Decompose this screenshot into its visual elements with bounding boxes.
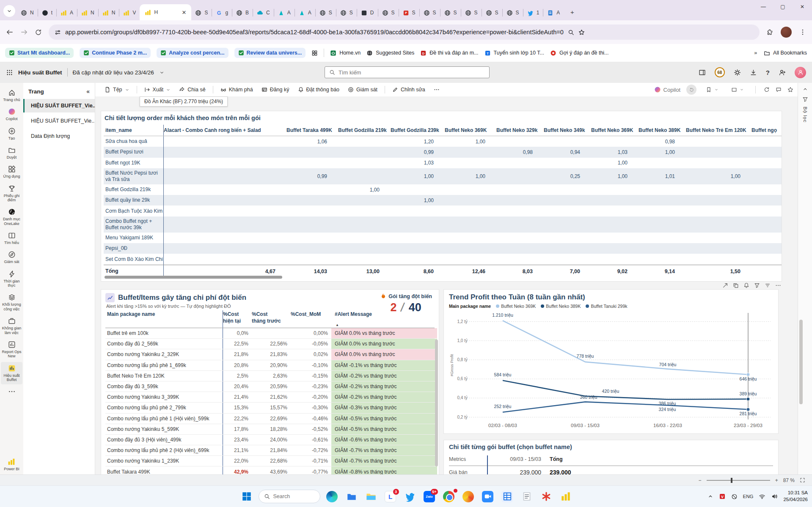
forward-button[interactable] [20, 28, 28, 36]
alert-table-scrollbar[interactable] [435, 340, 438, 466]
window-close-button[interactable]: ✕ [793, 0, 812, 14]
matrix-horizontal-scrollbar[interactable] [105, 276, 282, 279]
alert-table-row[interactable]: Combo nướng lẩu phủ phê 1_699k20,8%20,90… [105, 360, 435, 371]
taskbar-search[interactable] [259, 490, 320, 503]
browser-tab[interactable]: A [295, 5, 315, 20]
browser-tab[interactable]: t [38, 5, 56, 20]
alert-table-row[interactable]: Combo đầy đủ 3 (Hội viên)_499k23,4%24,00… [105, 435, 435, 445]
toolbar-gi-m-s-t[interactable]: Giám sát [344, 85, 381, 94]
filter-icon[interactable] [754, 282, 760, 288]
sidebar-item-gi-m-s-t[interactable]: Giám sát [1, 248, 22, 266]
detail-table-row[interactable]: Giá bán239.000239.000 [449, 467, 773, 474]
site-settings-icon[interactable] [55, 29, 61, 36]
matrix-row[interactable]: Buffet Pepsi tươi0,990,980,941,031,00 [104, 147, 782, 157]
sidebar-item-t-o[interactable]: Tạo [1, 125, 22, 143]
report-page-item[interactable]: Data Định lượng [23, 129, 95, 143]
matrix-row[interactable]: Pepsi_0Đ [104, 243, 782, 254]
taskbar-app-edge[interactable] [325, 489, 340, 504]
matrix-header-row[interactable]: item_nameAlacart - Combo Canh rong biển … [104, 125, 782, 136]
toolbar-kh-m-ph-[interactable]: Khám phá [217, 85, 256, 94]
taskbar-app-zalo[interactable]: Zalo5+ [422, 489, 437, 504]
sidebar-item-hi-u-su-t-buffet[interactable]: Hiệu suất Buffet [1, 362, 22, 385]
browser-tab[interactable]: N [77, 5, 98, 20]
browser-tab[interactable]: S [191, 5, 212, 20]
toolbar--ng-k-[interactable]: Đăng ký [258, 85, 293, 94]
sidebar-item-kh-i-l-ng-c-ng-vi-c[interactable]: Khối lượng công việc [1, 291, 22, 314]
data-updated-label[interactable]: Đã cập nhật dữ liệu vào 23/4/26 [73, 69, 154, 76]
window-minimize-button[interactable]: — [754, 0, 773, 14]
matrix-column-header[interactable]: Buffet Taraka 499K [286, 125, 338, 136]
bookmark-pill[interactable]: Continue Phase 2 m... [80, 48, 151, 58]
bookmark-star-icon[interactable] [578, 29, 585, 36]
sidebar-item-t-m-hi-u[interactable]: Tìm hiểu [1, 229, 22, 247]
help-icon[interactable]: ? [766, 69, 770, 76]
bookmark-item[interactable]: TTuyển sinh lớp 10 T... [484, 50, 544, 56]
browser-tab[interactable]: Gg [212, 5, 232, 20]
report-page-item[interactable]: HIỆU SUẤT BUFFET_Vie... [23, 114, 95, 128]
zoom-slider[interactable] [707, 480, 770, 481]
favorite-star-icon[interactable] [787, 87, 793, 93]
tray-chevron-up-icon[interactable] [707, 493, 713, 499]
browser-tab[interactable]: S [482, 5, 502, 20]
legend-item[interactable]: Buffet Neko 389K [541, 304, 581, 309]
new-tab-button[interactable]: + [566, 6, 578, 18]
language-indicator[interactable]: ENG [743, 494, 754, 499]
panel-toggle-icon[interactable] [699, 69, 706, 76]
toolbar-ch-nh-s-a[interactable]: Chỉnh sửa [389, 85, 429, 94]
taskbar-app-browser-orange[interactable] [461, 489, 476, 504]
collapse-panel-icon[interactable]: « [86, 88, 90, 95]
filter-list-icon[interactable] [765, 282, 771, 288]
taskbar-app-file-explorer[interactable] [363, 489, 379, 504]
matrix-row[interactable]: Buffet Godzilla 219k1,00 [104, 184, 782, 195]
browser-tab[interactable]: V [119, 5, 140, 20]
volume-icon[interactable] [771, 493, 778, 500]
address-bar[interactable]: app.powerbi.com/groups/df0b8997-7710-420… [49, 25, 760, 40]
extensions-puzzle-icon[interactable] [766, 29, 773, 36]
detail-header-row[interactable]: Metrics09/03 - 15/03Tổng [449, 454, 773, 465]
browser-tab[interactable]: 1 [523, 5, 543, 20]
browser-tab[interactable]: S [461, 5, 482, 20]
matrix-column-header[interactable]: Buffet Neko 389K [639, 125, 686, 136]
alert-table-row[interactable]: Buffet trẻ em 100k0,0%0,00%GIẢM 0.0% vs … [105, 328, 435, 339]
browser-tab[interactable]: B [232, 5, 253, 20]
bookmark-item[interactable]: Gợi ý đáp án đề thi... [550, 50, 609, 56]
browser-tab[interactable]: D [357, 5, 378, 20]
trend-line-chart[interactable]: #Gross Profit0,2 tỷ0,4 tỷ0,6 tỷ0,8 tỷ1,0… [449, 309, 778, 434]
matrix-column-header[interactable]: Buffet Neko 369K [591, 125, 639, 136]
matrix-column-header[interactable]: Buffet Neko 329k [496, 125, 544, 136]
fit-to-page-icon[interactable] [800, 477, 805, 483]
taskbar-search-input[interactable] [273, 493, 307, 499]
browser-tab[interactable]: S [420, 5, 440, 20]
all-bookmarks-button[interactable]: All Bookmarks [764, 50, 807, 56]
taskbar-app-docs-l[interactable]: L3 [383, 489, 398, 504]
matrix-column-header[interactable]: Buffet Neko Trẻ Em 120K [686, 125, 751, 136]
bookmark-pill[interactable]: Start Mt dashboard... [5, 48, 74, 58]
matrix-row[interactable]: Sữa chua hoa quả1,061,201,000,98 [104, 136, 782, 147]
settings-gear-icon[interactable] [734, 69, 741, 76]
browser-tab[interactable]: S [316, 5, 336, 20]
filter-funnel-icon[interactable] [802, 96, 808, 102]
start-button[interactable] [239, 489, 254, 504]
comments-icon[interactable] [776, 87, 782, 93]
alert-table-row[interactable]: Combo nướng lẩu phủ phê 2_799k15,3%15,57… [105, 403, 435, 413]
legend-item[interactable]: Buffet Tanuki 299k [586, 304, 627, 309]
powerbi-app-switcher[interactable]: Power BI [4, 458, 19, 471]
invite-person-icon[interactable] [779, 69, 786, 76]
alert-table-row[interactable]: Combo nướng Yakiniku 1_239K22,0%22,68%-0… [105, 456, 435, 466]
download-icon[interactable] [750, 69, 757, 76]
browser-tab[interactable]: A [274, 5, 295, 20]
bookmark-item[interactable]: Home.vn [330, 50, 361, 56]
tray-blocked-icon[interactable] [731, 493, 738, 500]
bookmark-item[interactable]: DĐề thi và đáp án m... [420, 50, 478, 56]
sidebar-item-danh-m-c-onelake[interactable]: Danh mục OneLake [1, 206, 22, 228]
browser-tab[interactable]: H✕ [140, 4, 191, 20]
trial-days-badge[interactable]: 68 [715, 67, 725, 77]
taskbar-app-app-blue-folder[interactable] [344, 489, 359, 504]
bookmark-item[interactable]: Suggested Sites [366, 50, 414, 56]
taskbar-app-spreadsheet[interactable] [500, 489, 515, 504]
matrix-row[interactable]: Cơm Bạch Tuộc Xào Kim Chi [104, 206, 782, 216]
bookmarks-overflow-chevrons[interactable]: » [754, 50, 757, 56]
reset-view-button[interactable] [686, 85, 696, 95]
bookmark-pill[interactable]: Review data univers... [234, 48, 306, 58]
bookmarks-button[interactable] [702, 85, 722, 94]
